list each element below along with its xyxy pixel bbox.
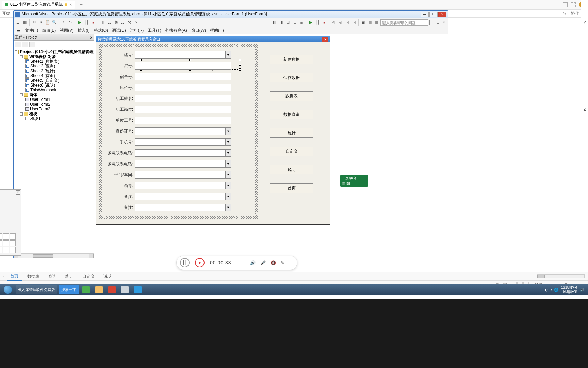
tb-toolbox-icon[interactable]: ⚒ bbox=[127, 19, 133, 26]
dropdown-icon[interactable]: ▼ bbox=[225, 139, 231, 145]
menu-format[interactable]: 格式(O) bbox=[93, 27, 109, 34]
tb2-4[interactable]: ⊟ bbox=[292, 19, 298, 26]
stop-button-2[interactable]: ■ bbox=[321, 19, 327, 26]
tab-stat[interactable]: 统计 bbox=[62, 273, 77, 280]
userform1[interactable]: UserForm1 bbox=[30, 97, 50, 102]
btn-new[interactable]: 新建数据 bbox=[270, 55, 313, 64]
document-tab[interactable]: 011-小区住...员信息管理系统 × bbox=[2, 1, 75, 9]
pause-button-2[interactable]: ┃┃ bbox=[314, 19, 321, 26]
layout-icon-1[interactable] bbox=[563, 2, 568, 7]
tb-undo-icon[interactable]: ↶ bbox=[61, 19, 67, 26]
toolbox-panel[interactable]: × bbox=[0, 189, 21, 256]
tb2-2[interactable]: ◨ bbox=[278, 19, 284, 26]
menu-help[interactable]: 帮助(H) bbox=[209, 27, 225, 34]
menu-edit[interactable]: 编辑(E) bbox=[41, 27, 57, 34]
system-tray[interactable]: ◐ ♪ 🌐 1218转/分 风扇转速 🔊 bbox=[545, 285, 587, 294]
dropdown-icon[interactable]: ▼ bbox=[225, 150, 231, 156]
dropdown-icon[interactable]: ▼ bbox=[225, 128, 231, 135]
recorder-stop-button[interactable]: ● bbox=[195, 258, 205, 267]
tab-help[interactable]: 说明 bbox=[100, 273, 115, 280]
btn-custom[interactable]: 自定义 bbox=[270, 147, 313, 156]
module1[interactable]: 模块1 bbox=[30, 116, 41, 121]
menu-run[interactable]: 运行(R) bbox=[129, 27, 145, 34]
sheet3[interactable]: Sheet3 (统计) bbox=[30, 68, 55, 73]
tb-cut-icon[interactable]: ✂ bbox=[31, 19, 37, 26]
input-chuangwei[interactable] bbox=[135, 84, 231, 91]
subwin-close[interactable]: × bbox=[442, 20, 446, 25]
forms-folder[interactable]: 窗体 bbox=[29, 92, 37, 97]
tb2-3[interactable]: ⊞ bbox=[285, 19, 291, 26]
userform-close-icon[interactable]: ✕ bbox=[322, 37, 328, 42]
tab-query[interactable]: 查询 bbox=[45, 273, 60, 280]
tool-11[interactable] bbox=[3, 247, 9, 253]
userform3[interactable]: UserForm3 bbox=[30, 107, 50, 111]
dropdown-icon[interactable]: ▼ bbox=[225, 204, 231, 211]
tb3-2[interactable]: ◱ bbox=[337, 19, 343, 26]
sheet6[interactable]: Sheet6 (说明) bbox=[30, 83, 55, 88]
taskbar-item-1[interactable]: 出入库管理软件免费版 bbox=[16, 285, 57, 294]
menu-view[interactable]: 视图(V) bbox=[59, 27, 75, 34]
tb-add-icon[interactable]: ▦ bbox=[22, 19, 28, 26]
combo-em2[interactable]: ▼ bbox=[135, 160, 231, 168]
pen-icon[interactable]: ✎ bbox=[281, 260, 284, 265]
dropdown-icon[interactable]: ▼ bbox=[225, 171, 231, 178]
minimize-button[interactable]: — bbox=[421, 12, 429, 17]
sheet-scroll-thumb[interactable] bbox=[537, 275, 545, 278]
collab-icon[interactable]: ⇆ bbox=[563, 11, 566, 16]
start-button[interactable] bbox=[1, 285, 14, 294]
minimize-recorder-icon[interactable]: — bbox=[289, 260, 294, 265]
tray-icon-1[interactable]: ◐ bbox=[545, 288, 548, 292]
add-sheet-button[interactable]: + bbox=[117, 274, 126, 279]
proj-tb-3[interactable] bbox=[29, 42, 35, 47]
taskbar-app-vbe[interactable] bbox=[119, 285, 131, 294]
userform-design[interactable]: 数据管理系统1.0正式版-数据录入窗口 ✕ bbox=[96, 36, 330, 225]
combo-em1[interactable]: ▼ bbox=[135, 149, 231, 157]
tab-data[interactable]: 数据表 bbox=[24, 273, 43, 280]
mic-icon[interactable]: 🎤 bbox=[260, 260, 266, 265]
btn-query[interactable]: 数据查询 bbox=[270, 110, 313, 119]
tb-project-icon[interactable]: ☶ bbox=[106, 19, 112, 26]
tray-icon-3[interactable]: 🌐 bbox=[554, 288, 559, 292]
tab-custom[interactable]: 自定义 bbox=[79, 273, 98, 280]
input-gonghao[interactable] bbox=[135, 117, 231, 124]
tool-10[interactable] bbox=[0, 247, 2, 253]
recorder-pause-button[interactable]: ┃┃ bbox=[180, 258, 190, 267]
tb-object-icon[interactable]: ☷ bbox=[120, 19, 126, 26]
combo-remark1[interactable]: ▼ bbox=[135, 193, 231, 200]
tool-8[interactable] bbox=[10, 240, 16, 246]
run-button-2[interactable]: ▶ bbox=[308, 19, 314, 26]
sheet5[interactable]: Sheet5 (自定义) bbox=[30, 78, 59, 83]
vbe-titlebar[interactable]: Microsoft Visual Basic - 011-小区住户家庭成员信息管… bbox=[14, 11, 448, 18]
maximize-button[interactable]: ☐ bbox=[429, 12, 438, 17]
menu-insert[interactable]: 插入(I) bbox=[76, 27, 91, 34]
subwin-max[interactable]: ☐ bbox=[436, 20, 440, 25]
sheet1[interactable]: Sheet1 (数据表) bbox=[30, 59, 59, 64]
tb-design-icon[interactable]: ◫ bbox=[99, 19, 105, 26]
menu-file[interactable]: 文件(F) bbox=[23, 27, 39, 34]
taskbar-app-browser[interactable] bbox=[80, 285, 92, 294]
dropdown-icon[interactable]: ▼ bbox=[225, 160, 231, 167]
tb-find-icon[interactable]: 🔍 bbox=[51, 19, 58, 26]
run-button[interactable]: ▶ bbox=[77, 19, 83, 26]
btn-home[interactable]: 首页 bbox=[270, 183, 313, 193]
modules-folder[interactable]: 模块 bbox=[29, 111, 37, 116]
scroll-right-arrow[interactable] bbox=[89, 254, 94, 258]
tb-help-icon[interactable]: ? bbox=[133, 19, 140, 26]
tray-icon-2[interactable]: ♪ bbox=[550, 288, 552, 292]
combo-dept[interactable]: ▼ bbox=[135, 171, 231, 179]
input-sushe[interactable] bbox=[135, 73, 231, 80]
proj-tb-1[interactable] bbox=[15, 42, 21, 47]
btn-stat[interactable]: 统计 bbox=[270, 128, 313, 138]
sheet-hscrollbar[interactable] bbox=[537, 274, 585, 278]
combo-idcard[interactable]: ▼ bbox=[135, 127, 231, 135]
taskbar-search[interactable]: 搜索一下 bbox=[59, 285, 79, 294]
userform-body[interactable]: 楼号:▼ 层号: 宿舍号: 床位号: 职工姓名: 职工岗位: 单位工号: 身份证… bbox=[96, 42, 330, 224]
tab-home[interactable]: 首页 bbox=[7, 272, 22, 281]
tb4-1[interactable]: ▣ bbox=[360, 19, 366, 26]
toolbox-close-icon[interactable]: × bbox=[16, 190, 20, 195]
taskbar-app-explorer[interactable] bbox=[93, 285, 105, 294]
app-grid-icon[interactable] bbox=[571, 2, 576, 7]
menu-window[interactable]: 窗口(W) bbox=[190, 27, 207, 34]
input-cenghao[interactable] bbox=[135, 62, 231, 70]
stop-button[interactable]: ■ bbox=[90, 19, 96, 26]
